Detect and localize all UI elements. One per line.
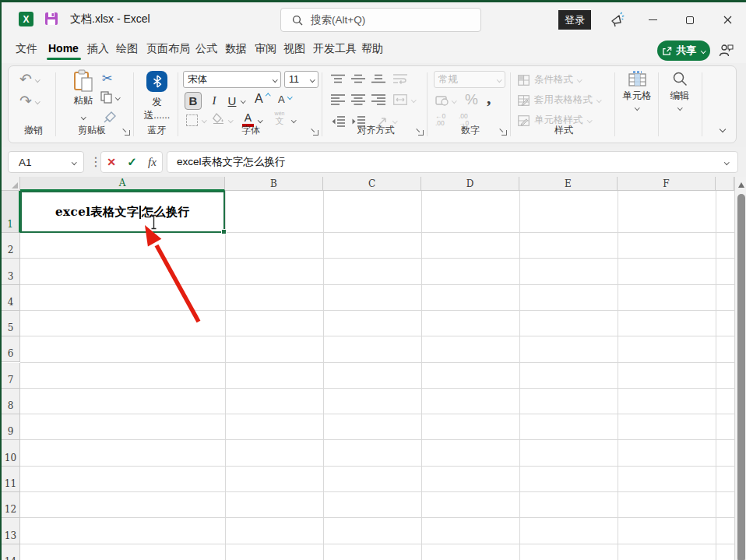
copy-button[interactable] [100, 91, 120, 104]
align-bottom-icon[interactable] [371, 74, 385, 84]
shrink-font-button[interactable]: A [278, 93, 290, 105]
underline-dropdown-icon[interactable] [241, 98, 245, 103]
accounting-format-icon[interactable] [435, 94, 449, 106]
align-center-icon[interactable] [351, 94, 365, 105]
comma-style-button[interactable]: , [487, 88, 491, 108]
tab-file[interactable]: 文件 [16, 42, 37, 56]
grow-font-button[interactable]: A [255, 92, 269, 106]
row-header-12[interactable]: 12 [2, 492, 20, 518]
align-left-icon[interactable] [331, 94, 345, 105]
font-color-dropdown-icon[interactable] [258, 118, 262, 122]
sign-in-button[interactable]: 登录 [558, 10, 591, 30]
column-header-f[interactable]: F [618, 177, 716, 191]
tab-review[interactable]: 审阅 [255, 42, 276, 56]
row-header-14[interactable]: 14 [2, 544, 20, 560]
row-header-13[interactable]: 13 [2, 518, 20, 544]
scrollbar-up-arrow-icon[interactable] [738, 182, 744, 188]
bluetooth-icon[interactable] [146, 71, 167, 92]
row-header-9[interactable]: 9 [2, 414, 20, 440]
font-size-combo[interactable]: 11 [284, 71, 318, 88]
tab-help[interactable]: 帮助 [361, 42, 383, 56]
alignment-dialog-launcher[interactable] [417, 129, 424, 136]
row-header-3[interactable]: 3 [2, 259, 20, 284]
row-header-10[interactable]: 10 [2, 440, 20, 466]
minimize-button[interactable] [635, 2, 670, 37]
merge-center-icon[interactable] [393, 94, 407, 105]
conditional-formatting-button[interactable]: 条件格式 [518, 73, 582, 86]
copy-dropdown-icon[interactable] [115, 95, 120, 100]
row-header-1[interactable]: 1 [2, 191, 20, 233]
font-name-combo[interactable]: 宋体 [183, 71, 281, 88]
borders-dropdown-icon[interactable] [202, 118, 206, 122]
search-box[interactable]: 搜索(Alt+Q) [280, 8, 481, 32]
accounting-dropdown-icon[interactable] [452, 98, 456, 103]
row-header-7[interactable]: 7 [2, 363, 20, 389]
tab-page-layout[interactable]: 页面布局 [146, 42, 190, 56]
column-header-a[interactable]: A [20, 177, 225, 191]
column-header-b[interactable]: B [225, 177, 323, 191]
active-cell-a1[interactable]: excel表格文字怎么换行 [20, 191, 225, 233]
underline-button[interactable]: U [223, 92, 241, 110]
tab-draw[interactable]: 绘图 [116, 42, 138, 56]
row-header-8[interactable]: 8 [2, 389, 20, 414]
tab-view[interactable]: 视图 [283, 42, 305, 56]
paste-dropdown-icon[interactable] [81, 114, 86, 119]
number-dialog-launcher[interactable] [500, 129, 507, 136]
name-box[interactable]: A1 [8, 151, 84, 173]
row-header-4[interactable]: 4 [2, 285, 20, 311]
font-size-dropdown-icon[interactable] [310, 77, 315, 82]
paste-button[interactable]: 粘贴 [69, 69, 97, 122]
phonetic-dropdown-icon[interactable] [291, 118, 296, 122]
fill-color-dropdown-icon[interactable] [228, 118, 233, 122]
tab-developer[interactable]: 开发工具 [313, 42, 357, 56]
align-middle-icon[interactable] [351, 74, 365, 84]
percent-style-button[interactable]: % [465, 91, 478, 108]
maximize-button[interactable] [673, 2, 707, 37]
save-icon[interactable] [44, 11, 59, 26]
cells-button[interactable]: 单元格 [618, 71, 656, 110]
number-format-combo[interactable]: 常规 [434, 71, 505, 88]
fill-color-button[interactable] [213, 113, 226, 124]
tab-data[interactable]: 数据 [225, 42, 247, 56]
insert-function-button[interactable]: fx [148, 156, 157, 169]
close-button[interactable] [710, 2, 744, 37]
merge-dropdown-icon[interactable] [411, 97, 416, 102]
ribbon-collapse-icon[interactable] [720, 126, 726, 132]
feedback-megaphone-icon[interactable] [609, 11, 626, 28]
row-header-11[interactable]: 11 [2, 467, 20, 492]
cut-scissors-icon[interactable]: ✂ [102, 71, 112, 86]
share-button[interactable]: 共享 [657, 41, 710, 61]
editing-button[interactable]: 编辑 [661, 71, 698, 110]
fill-handle[interactable] [221, 229, 227, 234]
tab-formulas[interactable]: 公式 [195, 42, 217, 56]
italic-button[interactable]: I [206, 92, 223, 110]
undo-dropdown-icon[interactable] [35, 77, 40, 82]
formula-bar-expand-icon[interactable] [724, 160, 729, 164]
scrollbar-thumb[interactable] [737, 194, 745, 560]
undo-button[interactable]: ↶ [19, 72, 39, 86]
font-name-dropdown-icon[interactable] [273, 77, 277, 82]
wrap-text-icon[interactable] [393, 73, 407, 85]
column-header-partial[interactable] [716, 177, 734, 191]
tab-insert[interactable]: 插入 [87, 42, 109, 56]
tab-home[interactable]: Home [48, 42, 79, 55]
clipboard-dialog-launcher[interactable] [123, 129, 130, 136]
bluetooth-send-label-line2[interactable]: 送...... [136, 109, 178, 122]
confirm-entry-button[interactable]: ✓ [127, 155, 137, 169]
row-header-2[interactable]: 2 [2, 233, 20, 259]
number-format-dropdown-icon[interactable] [497, 77, 501, 82]
comments-person-icon[interactable] [718, 42, 734, 58]
format-as-table-button[interactable]: 套用表格格式 [518, 93, 601, 107]
row-header-5[interactable]: 5 [2, 311, 20, 336]
column-header-d[interactable]: D [421, 177, 519, 191]
cancel-entry-button[interactable]: ✕ [107, 156, 116, 168]
bluetooth-send-label-line1[interactable]: 发 [136, 96, 178, 109]
orientation-dropdown-icon[interactable] [392, 118, 397, 123]
select-all-corner[interactable] [2, 177, 20, 191]
vertical-scrollbar[interactable] [734, 177, 746, 560]
align-top-icon[interactable] [331, 74, 345, 84]
row-header-6[interactable]: 6 [2, 336, 20, 362]
redo-dropdown-icon[interactable] [35, 99, 40, 104]
column-header-e[interactable]: E [519, 177, 618, 191]
font-dialog-launcher[interactable] [311, 129, 318, 136]
